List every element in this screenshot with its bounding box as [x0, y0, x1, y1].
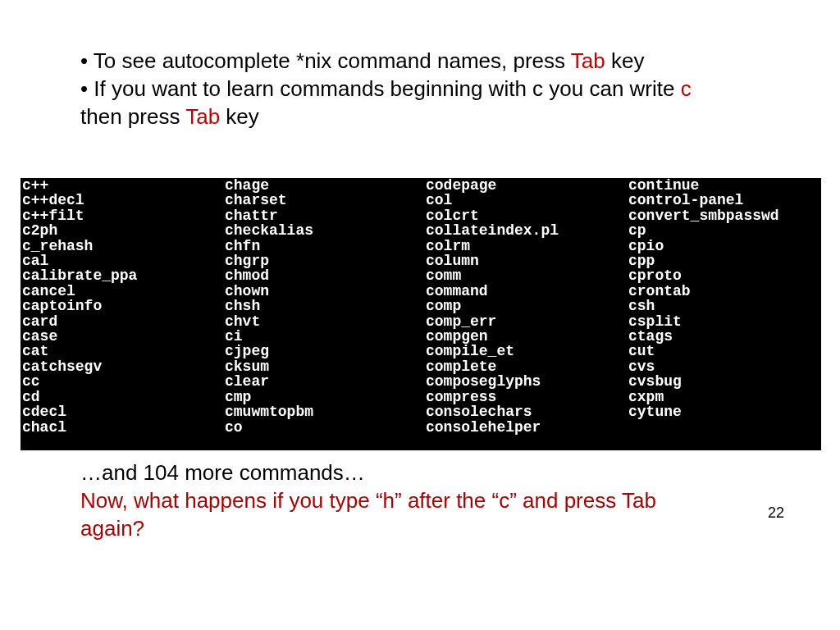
terminal-row: c++chagecodepagecontinue: [21, 178, 821, 193]
more-commands: …and 104 more commands…: [80, 460, 365, 485]
terminal-row: c++declcharsetcolcontrol-panel: [21, 193, 821, 208]
terminal-row: catcjpegcompile_etcut: [21, 344, 821, 358]
terminal-cell: ctags: [628, 329, 821, 344]
terminal-row: cardchvtcomp_errcsplit: [21, 314, 821, 329]
terminal-row: c2phcheckaliascollateindex.plcp: [21, 223, 821, 238]
terminal-cell: codepage: [426, 178, 628, 193]
terminal-cell: cmp: [225, 390, 426, 404]
bullet1-prefix: • To see autocomplete *nix command names…: [80, 48, 571, 73]
terminal-cell: cancel: [21, 284, 225, 299]
terminal-cell: convert_smbpasswd: [628, 208, 821, 223]
bullet2-mid: then press: [80, 104, 185, 129]
terminal-cell: cvs: [628, 359, 821, 374]
terminal-cell: cpp: [628, 253, 821, 268]
question-text: Now, what happens if you type “h” after …: [80, 488, 656, 541]
terminal-cell: continue: [628, 178, 821, 193]
terminal-row: ccclearcomposeglyphscvsbug: [21, 374, 821, 389]
terminal-cell: ci: [225, 329, 426, 344]
terminal-cell: cat: [21, 344, 225, 358]
terminal-cell: consolehelper: [426, 420, 628, 435]
terminal-cell: cproto: [628, 268, 821, 283]
terminal-cell: consolechars: [426, 404, 628, 419]
terminal-cell: c2ph: [21, 223, 225, 238]
terminal-cell: calibrate_ppa: [21, 268, 225, 283]
terminal-cell: cmuwmtopbm: [225, 404, 426, 419]
bullet2-hl1: c: [681, 76, 692, 101]
terminal-cell: compgen: [426, 329, 628, 344]
terminal-cell: clear: [225, 374, 426, 389]
terminal-row: calibrate_ppachmodcommcproto: [21, 268, 821, 283]
terminal-cell: col: [426, 193, 628, 208]
terminal-cell: comp: [426, 299, 628, 313]
terminal-output: c++chagecodepagecontinuec++declcharsetco…: [21, 178, 821, 450]
terminal-cell: chvt: [225, 314, 426, 329]
terminal-cell: case: [21, 329, 225, 344]
terminal-cell: cdecl: [21, 404, 225, 419]
terminal-cell: chattr: [225, 208, 426, 223]
terminal-row: captoinfochshcompcsh: [21, 299, 821, 313]
page-number: 22: [768, 504, 784, 522]
bottom-text: …and 104 more commands… Now, what happen…: [80, 459, 720, 542]
terminal-cell: cpio: [628, 239, 821, 253]
terminal-cell: charset: [225, 193, 426, 208]
terminal-cell: cd: [21, 390, 225, 404]
terminal-cell: composeglyphs: [426, 374, 628, 389]
terminal-cell: complete: [426, 359, 628, 374]
terminal-cell: catchsegv: [21, 359, 225, 374]
terminal-cell: comp_err: [426, 314, 628, 329]
terminal-cell: cytune: [628, 404, 821, 419]
terminal-cell: c++decl: [21, 193, 225, 208]
terminal-cell: card: [21, 314, 225, 329]
terminal-cell: column: [426, 253, 628, 268]
terminal-cell: checkalias: [225, 223, 426, 238]
terminal-cell: cut: [628, 344, 821, 358]
terminal-row: casecicompgenctags: [21, 329, 821, 344]
bullet2-prefix: • If you want to learn commands beginnin…: [80, 76, 681, 101]
terminal-cell: c++filt: [21, 208, 225, 223]
bullet1-suffix: key: [605, 48, 645, 73]
terminal-cell: chacl: [21, 420, 225, 435]
instruction-text: • To see autocomplete *nix command names…: [80, 48, 704, 130]
terminal-cell: crontab: [628, 284, 821, 299]
terminal-cell: co: [225, 420, 426, 435]
terminal-cell: cvsbug: [628, 374, 821, 389]
terminal-cell: csh: [628, 299, 821, 313]
terminal-row: c_rehashchfncolrmcpio: [21, 239, 821, 253]
terminal-row: chaclcoconsolehelper: [21, 420, 821, 435]
terminal-row: cdcmpcompresscxpm: [21, 390, 821, 404]
terminal-cell: cal: [21, 253, 225, 268]
terminal-cell: colcrt: [426, 208, 628, 223]
terminal-cell: chown: [225, 284, 426, 299]
terminal-cell: chsh: [225, 299, 426, 313]
terminal-cell: command: [426, 284, 628, 299]
terminal-cell: chmod: [225, 268, 426, 283]
terminal-cell: control-panel: [628, 193, 821, 208]
terminal-cell: compress: [426, 390, 628, 404]
terminal-cell: c_rehash: [21, 239, 225, 253]
terminal-cell: [628, 420, 821, 435]
bullet1-highlight: Tab: [571, 48, 605, 73]
terminal-cell: compile_et: [426, 344, 628, 358]
terminal-cell: comm: [426, 268, 628, 283]
terminal-cell: cksum: [225, 359, 426, 374]
terminal-cell: chage: [225, 178, 426, 193]
terminal-cell: chgrp: [225, 253, 426, 268]
terminal-cell: cp: [628, 223, 821, 238]
bullet2-suffix: key: [220, 104, 259, 129]
terminal-row: cdeclcmuwmtopbmconsolecharscytune: [21, 404, 821, 419]
terminal-cell: csplit: [628, 314, 821, 329]
terminal-cell: cjpeg: [225, 344, 426, 358]
terminal-cell: collateindex.pl: [426, 223, 628, 238]
terminal-cell: cc: [21, 374, 225, 389]
terminal-row: calchgrpcolumncpp: [21, 253, 821, 268]
terminal-cell: captoinfo: [21, 299, 225, 313]
bullet2-hl2: Tab: [185, 104, 220, 129]
terminal-cell: c++: [21, 178, 225, 193]
terminal-row: cancelchowncommandcrontab: [21, 284, 821, 299]
terminal-cell: chfn: [225, 239, 426, 253]
terminal-cell: colrm: [426, 239, 628, 253]
terminal-row: catchsegvcksumcompletecvs: [21, 359, 821, 374]
terminal-row: c++filtchattrcolcrtconvert_smbpasswd: [21, 208, 821, 223]
terminal-cell: cxpm: [628, 390, 821, 404]
